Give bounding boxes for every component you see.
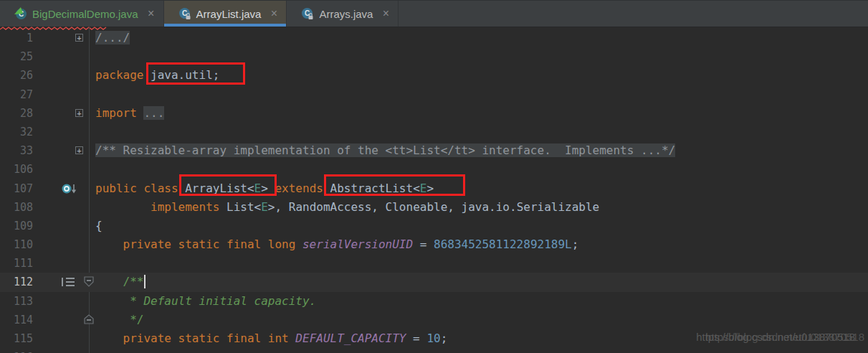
- code-token: [95, 237, 123, 251]
- code-text[interactable]: {: [92, 217, 102, 235]
- gutter: 26: [0, 66, 92, 85]
- code-token: {: [95, 219, 102, 232]
- locked-class-icon: C: [178, 7, 191, 20]
- code-line-25[interactable]: 25: [0, 47, 868, 66]
- code-token: */: [95, 313, 143, 326]
- code-line-111[interactable]: 111: [0, 254, 868, 273]
- override-marker-icon[interactable]: [62, 183, 79, 197]
- code-line-110[interactable]: 110 private static final long serialVers…: [0, 235, 868, 254]
- line-number: 110: [0, 235, 33, 254]
- code-text[interactable]: [92, 123, 95, 141]
- line-number: 25: [0, 47, 33, 66]
- gutter: 110: [0, 235, 92, 254]
- code-line-28[interactable]: 28+import ...: [0, 104, 868, 123]
- code-line-32[interactable]: 32: [0, 123, 868, 141]
- code-text[interactable]: [92, 85, 95, 104]
- code-token: DEFAULT_CAPACITY: [295, 331, 406, 345]
- code-token: [95, 200, 151, 214]
- gutter: 115: [0, 329, 92, 348]
- code-line-108[interactable]: 108 implements List<E>, RandomAccess, Cl…: [0, 198, 868, 217]
- gutter: 27: [0, 85, 92, 104]
- code-line-113[interactable]: 113 * Default initial capacity.: [0, 292, 868, 311]
- code-text[interactable]: private static final long serialVersionU…: [92, 235, 578, 254]
- line-number: 111: [0, 254, 33, 273]
- close-icon[interactable]: ×: [269, 8, 279, 19]
- code-text[interactable]: [92, 160, 95, 179]
- code-token: ;: [441, 331, 448, 345]
- annotation-box-arraylist: [179, 174, 277, 196]
- code-token: 10: [426, 331, 440, 345]
- tab-arraylist[interactable]: C ArrayList.java ×: [164, 1, 287, 27]
- ide-window: C BigDecimalDemo.java × C ArrayList.java: [0, 0, 868, 353]
- gutter: 1+: [0, 29, 92, 47]
- line-number: 108: [0, 198, 33, 217]
- code-line-114[interactable]: 114 */: [0, 311, 868, 329]
- code-token: =: [406, 331, 426, 345]
- locked-class-icon: C: [301, 7, 314, 20]
- tab-label: ArrayList.java: [196, 8, 262, 20]
- code-line-109[interactable]: 109{: [0, 217, 868, 235]
- code-line-112[interactable]: 112 /**: [0, 273, 868, 291]
- code-text[interactable]: implements List<E>, RandomAccess, Clonea…: [92, 198, 599, 217]
- code-text[interactable]: [92, 348, 95, 353]
- line-number: 33: [0, 141, 33, 160]
- code-line-26[interactable]: 26package java.util;: [0, 66, 868, 85]
- code-text[interactable]: [92, 47, 95, 66]
- line-number: 28: [0, 104, 33, 123]
- code-line-116[interactable]: 116: [0, 348, 868, 353]
- code-token: serialVersionUID: [302, 237, 413, 251]
- code-text[interactable]: * Default initial capacity.: [92, 292, 316, 311]
- code-text[interactable]: private static final int DEFAULT_CAPACIT…: [92, 329, 447, 348]
- line-number: 27: [0, 85, 33, 104]
- editor-tab-bar: C BigDecimalDemo.java × C ArrayList.java: [0, 0, 868, 27]
- code-token: [95, 275, 123, 288]
- tab-label: Arrays.java: [319, 8, 373, 20]
- code-token: import: [95, 106, 143, 120]
- line-number: 116: [0, 348, 33, 353]
- fold-plus-icon[interactable]: +: [75, 109, 83, 117]
- tab-label: BigDecimalDemo.java: [32, 8, 138, 20]
- gutter-lines-icon[interactable]: [62, 278, 76, 286]
- watermark-text-shadow: https://blog.csdn.net/u013870518: [705, 331, 864, 343]
- gutter: 25: [0, 47, 92, 66]
- code-line-1[interactable]: 1+/.../: [0, 29, 868, 47]
- tab-arrays[interactable]: C Arrays.java ×: [287, 1, 399, 27]
- code-line-33[interactable]: 33+/** Resizable-array implementation of…: [0, 141, 868, 160]
- line-number: 32: [0, 123, 33, 141]
- gutter: 111: [0, 254, 92, 273]
- code-token: /** Resizable-array implementation of th…: [95, 143, 675, 157]
- code-text[interactable]: import ...: [92, 104, 164, 123]
- code-text[interactable]: /** Resizable-array implementation of th…: [92, 141, 675, 160]
- code-token: implements: [151, 200, 226, 214]
- annotation-box-abstractlist: [324, 174, 465, 196]
- line-number: 115: [0, 329, 33, 348]
- line-number: 1: [0, 29, 33, 47]
- fold-plus-icon[interactable]: +: [75, 34, 83, 42]
- gutter: 109: [0, 217, 92, 235]
- gutter: 112: [0, 273, 92, 291]
- line-number: 112: [0, 273, 33, 291]
- code-token: 8683452581122892189L: [434, 237, 572, 251]
- code-token: ;: [572, 237, 579, 251]
- code-text[interactable]: /**: [92, 273, 146, 291]
- code-text[interactable]: /.../: [92, 29, 130, 47]
- gutter: 114: [0, 311, 92, 329]
- line-number: 109: [0, 217, 33, 235]
- code-line-27[interactable]: 27: [0, 85, 868, 104]
- code-token: List<: [226, 200, 261, 214]
- close-icon[interactable]: ×: [381, 8, 391, 19]
- close-icon[interactable]: ×: [146, 8, 156, 19]
- line-number: 114: [0, 311, 33, 329]
- tab-bigdecimaldemo[interactable]: C BigDecimalDemo.java ×: [0, 1, 164, 27]
- annotation-box-java-util: [146, 62, 245, 85]
- gutter: 107: [0, 179, 92, 198]
- line-number: 106: [0, 160, 33, 179]
- code-text[interactable]: */: [92, 311, 143, 329]
- code-text[interactable]: [92, 254, 95, 273]
- code-token: /.../: [95, 31, 130, 44]
- gutter: 28+: [0, 104, 92, 123]
- fold-plus-icon[interactable]: +: [75, 146, 83, 154]
- code-token: E: [261, 200, 268, 214]
- line-number: 107: [0, 179, 33, 198]
- code-token: package: [95, 68, 151, 82]
